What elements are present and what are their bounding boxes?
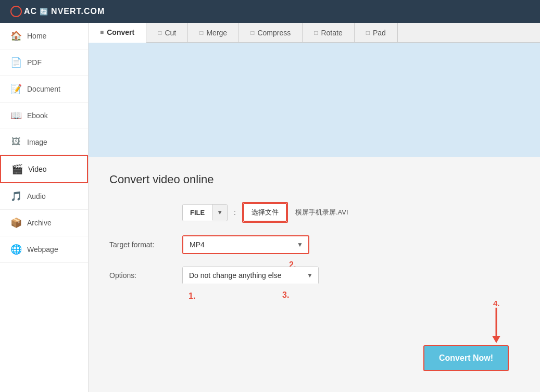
sidebar-item-ebook[interactable]: 📖 Ebook <box>0 103 88 129</box>
format-select[interactable]: MP4 AVI MOV MKV WMV FLV <box>183 236 308 253</box>
tab-bar: ■ Convert □ Cut □ Merge □ Compress □ Rot… <box>89 23 540 43</box>
format-select-wrapper: MP4 AVI MOV MKV WMV FLV ▼ <box>182 235 309 254</box>
sidebar-label-ebook: Ebook <box>27 111 48 120</box>
file-type-button[interactable]: FILE ▼ <box>182 204 228 221</box>
archive-icon: 📦 <box>10 217 22 229</box>
sidebar-label-document: Document <box>27 85 60 93</box>
sidebar-label-pdf: PDF <box>27 58 42 67</box>
tab-compress-label: Compress <box>257 29 291 37</box>
tab-compress[interactable]: □ Compress <box>239 23 303 42</box>
file-row: FILE ▼ : 选择文件 横屏手机录屏.AVI <box>109 202 519 223</box>
sidebar-item-video[interactable]: 🎬 Video <box>0 155 88 183</box>
options-label: Options: <box>109 271 182 280</box>
target-format-label: Target format: <box>109 241 182 249</box>
pdf-icon: 📄 <box>10 57 22 68</box>
step4-label: 4. <box>493 299 500 308</box>
options-select[interactable]: Do not change anything else Custom setti… <box>183 267 318 284</box>
target-format-row: Target format: MP4 AVI MOV MKV WMV FLV ▼ <box>109 235 519 254</box>
page-content: Convert video online 1. 2. 3. FILE ▼ : 选… <box>89 157 540 392</box>
tab-pad[interactable]: □ Pad <box>355 23 398 42</box>
sidebar-item-archive[interactable]: 📦 Archive <box>0 210 88 236</box>
tab-pad-label: Pad <box>373 29 386 37</box>
file-select-wrapper: 选择文件 <box>242 202 288 223</box>
sidebar-item-image[interactable]: 🖼 Image <box>0 129 88 155</box>
sidebar-label-archive: Archive <box>27 219 52 227</box>
sidebar-item-pdf[interactable]: 📄 PDF <box>0 49 88 76</box>
sidebar-item-audio[interactable]: 🎵 Audio <box>0 183 88 210</box>
file-area: FILE ▼ : 选择文件 横屏手机录屏.AVI <box>182 202 348 223</box>
file-name-display: 横屏手机录屏.AVI <box>295 208 348 217</box>
file-select-button[interactable]: 选择文件 <box>243 203 287 222</box>
audio-icon: 🎵 <box>10 191 22 202</box>
tab-merge-label: Merge <box>206 29 227 37</box>
top-nav: AC 🔄 NVERT.COM <box>0 0 540 23</box>
logo: AC 🔄 NVERT.COM <box>10 6 105 17</box>
tab-rotate-label: Rotate <box>321 29 342 37</box>
file-type-dropdown-icon[interactable]: ▼ <box>212 205 227 220</box>
document-icon: 📝 <box>10 83 22 95</box>
file-colon: : <box>234 208 236 217</box>
convert-btn-area: 4. Convert Now! <box>423 299 509 371</box>
step1-label: 1. <box>189 292 195 301</box>
compress-tab-icon: □ <box>250 29 254 36</box>
brand-name: AC <box>24 7 37 16</box>
image-icon: 🖼 <box>10 136 22 147</box>
file-type-label: FILE <box>183 205 212 221</box>
brand-icon: 🔄 <box>40 8 48 16</box>
arrow-down-annotation <box>491 308 501 345</box>
convert-tab-icon: ■ <box>100 29 104 36</box>
sidebar-item-home[interactable]: 🏠 Home <box>0 23 88 49</box>
tab-cut-label: Cut <box>165 29 176 37</box>
rotate-tab-icon: □ <box>314 29 318 36</box>
home-icon: 🏠 <box>10 30 22 42</box>
ad-banner <box>89 43 540 157</box>
sidebar-label-webpage: Webpage <box>27 245 58 254</box>
content-area: ■ Convert □ Cut □ Merge □ Compress □ Rot… <box>89 23 540 392</box>
page-title: Convert video online <box>109 173 519 186</box>
webpage-icon: 🌐 <box>10 244 22 255</box>
sidebar-label-audio: Audio <box>27 192 46 200</box>
tab-merge[interactable]: □ Merge <box>188 23 239 42</box>
tab-rotate[interactable]: □ Rotate <box>303 23 355 42</box>
main-layout: 🏠 Home 📄 PDF 📝 Document 📖 Ebook 🖼 Image … <box>0 23 540 392</box>
brand-domain: NVERT.COM <box>51 7 105 16</box>
cut-tab-icon: □ <box>158 29 161 36</box>
video-icon: 🎬 <box>11 163 23 175</box>
options-row: Options: Do not change anything else Cus… <box>109 267 519 284</box>
sidebar-item-document[interactable]: 📝 Document <box>0 76 88 103</box>
logo-icon <box>10 6 22 17</box>
sidebar-label-video: Video <box>28 165 47 173</box>
sidebar-label-home: Home <box>27 32 46 40</box>
svg-marker-1 <box>492 336 500 343</box>
tab-cut[interactable]: □ Cut <box>146 23 188 42</box>
pad-tab-icon: □ <box>366 29 370 36</box>
options-select-wrapper: Do not change anything else Custom setti… <box>182 267 319 284</box>
step3-label: 3. <box>282 290 289 300</box>
ebook-icon: 📖 <box>10 110 22 121</box>
sidebar-item-webpage[interactable]: 🌐 Webpage <box>0 236 88 263</box>
tab-convert-label: Convert <box>107 28 134 36</box>
sidebar: 🏠 Home 📄 PDF 📝 Document 📖 Ebook 🖼 Image … <box>0 23 89 392</box>
sidebar-label-image: Image <box>27 138 47 146</box>
merge-tab-icon: □ <box>199 29 203 36</box>
tab-convert[interactable]: ■ Convert <box>89 23 146 43</box>
convert-now-button[interactable]: Convert Now! <box>423 345 509 371</box>
